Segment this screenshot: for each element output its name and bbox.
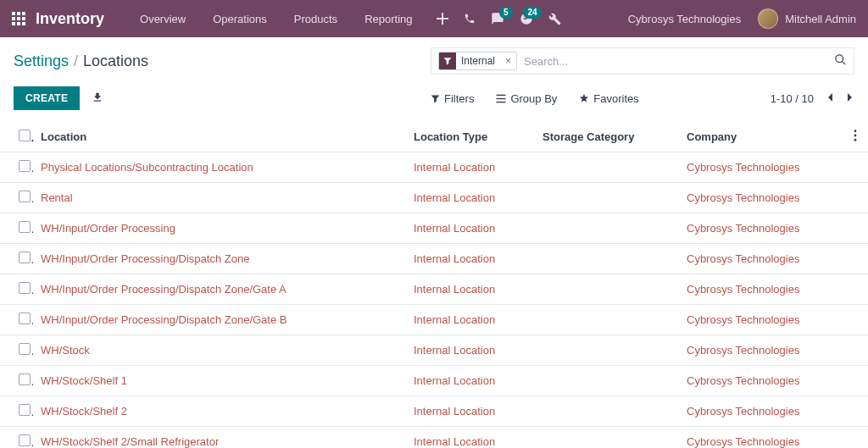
svg-rect-10 <box>437 18 448 19</box>
apps-icon[interactable] <box>12 12 25 25</box>
location-link[interactable]: WH/Stock/Shelf 2/Small Refrigerator <box>41 435 219 448</box>
location-type[interactable]: Internal Location <box>414 374 495 387</box>
location-type[interactable]: Internal Location <box>414 405 495 418</box>
company-link[interactable]: Cybrosys Technologies <box>687 435 799 448</box>
row-checkbox[interactable] <box>19 221 31 233</box>
col-location[interactable]: Location <box>34 122 407 152</box>
col-company[interactable]: Company <box>680 122 843 152</box>
table-row[interactable]: Physical Locations/Subcontracting Locati… <box>0 152 868 183</box>
svg-rect-13 <box>497 94 506 95</box>
location-link[interactable]: Rental <box>41 191 73 204</box>
row-checkbox[interactable] <box>19 343 31 355</box>
user-name: Mitchell Admin <box>785 13 856 25</box>
table-row[interactable]: WH/Stock/Shelf 2Internal LocationCybrosy… <box>0 396 868 427</box>
svg-rect-15 <box>497 101 506 102</box>
groupby-button[interactable]: Group By <box>496 92 557 105</box>
company-switcher[interactable]: Cybrosys Technologies <box>628 13 741 25</box>
location-type[interactable]: Internal Location <box>414 435 495 448</box>
company-link[interactable]: Cybrosys Technologies <box>687 313 799 326</box>
breadcrumb-root[interactable]: Settings <box>14 53 69 70</box>
pager-prev[interactable] <box>826 92 834 105</box>
location-type[interactable]: Internal Location <box>414 191 495 204</box>
table-row[interactable]: RentalInternal LocationCybrosys Technolo… <box>0 183 868 213</box>
table-row[interactable]: WH/Input/Order ProcessingInternal Locati… <box>0 213 868 244</box>
phone-icon[interactable] <box>464 13 476 25</box>
svg-rect-5 <box>22 17 25 20</box>
favorites-label: Favorites <box>593 92 638 105</box>
table-row[interactable]: WH/Stock/Shelf 1Internal LocationCybrosy… <box>0 366 868 396</box>
svg-point-11 <box>836 55 843 63</box>
export-button[interactable] <box>92 91 103 106</box>
company-link[interactable]: Cybrosys Technologies <box>687 405 799 418</box>
location-link[interactable]: WH/Stock/Shelf 2 <box>41 405 127 418</box>
user-menu[interactable]: Mitchell Admin <box>758 8 856 29</box>
nav-overview[interactable]: Overview <box>130 13 196 25</box>
pager-next[interactable] <box>846 92 854 105</box>
locations-table: Location Location Type Storage Category … <box>0 122 868 448</box>
facet-remove[interactable]: × <box>500 55 516 67</box>
select-all-checkbox[interactable] <box>19 130 31 141</box>
svg-rect-1 <box>17 12 20 15</box>
location-type[interactable]: Internal Location <box>414 344 495 357</box>
company-link[interactable]: Cybrosys Technologies <box>687 222 799 235</box>
svg-rect-4 <box>17 17 20 20</box>
col-type[interactable]: Location Type <box>407 122 536 152</box>
location-type[interactable]: Internal Location <box>414 161 495 174</box>
location-link[interactable]: WH/Input/Order Processing <box>41 222 175 235</box>
search-icon[interactable] <box>834 53 847 69</box>
row-checkbox[interactable] <box>19 404 31 416</box>
location-link[interactable]: WH/Input/Order Processing/Dispatch Zone/… <box>41 313 287 326</box>
location-type[interactable]: Internal Location <box>414 252 495 265</box>
svg-rect-8 <box>22 22 25 25</box>
table-row[interactable]: WH/StockInternal LocationCybrosys Techno… <box>0 335 868 366</box>
location-type[interactable]: Internal Location <box>414 313 495 326</box>
row-checkbox[interactable] <box>19 312 31 324</box>
filters-button[interactable]: Filters <box>431 92 474 105</box>
plus-icon[interactable] <box>437 13 448 25</box>
groupby-label: Group By <box>510 92 557 105</box>
nav-reporting[interactable]: Reporting <box>354 13 422 25</box>
company-link[interactable]: Cybrosys Technologies <box>687 191 799 204</box>
col-storage[interactable]: Storage Category <box>536 122 680 152</box>
location-link[interactable]: WH/Stock/Shelf 1 <box>41 374 127 387</box>
company-link[interactable]: Cybrosys Technologies <box>687 283 799 296</box>
table-row[interactable]: WH/Input/Order Processing/Dispatch Zone/… <box>0 274 868 305</box>
company-link[interactable]: Cybrosys Technologies <box>687 161 799 174</box>
filter-icon <box>439 53 456 69</box>
row-checkbox[interactable] <box>19 191 31 202</box>
pager-count[interactable]: 1-10 / 10 <box>771 92 814 105</box>
company-link[interactable]: Cybrosys Technologies <box>687 252 799 265</box>
location-link[interactable]: WH/Input/Order Processing/Dispatch Zone <box>41 252 249 265</box>
svg-rect-6 <box>12 22 15 25</box>
company-link[interactable]: Cybrosys Technologies <box>687 344 799 357</box>
wrench-icon[interactable] <box>548 13 561 25</box>
location-link[interactable]: Physical Locations/Subcontracting Locati… <box>41 161 253 174</box>
favorites-button[interactable]: Favorites <box>579 92 638 105</box>
column-options[interactable] <box>843 122 868 152</box>
location-link[interactable]: WH/Stock <box>41 344 90 357</box>
row-checkbox[interactable] <box>19 282 31 294</box>
row-checkbox[interactable] <box>19 252 31 263</box>
nav-operations[interactable]: Operations <box>203 13 277 25</box>
messages-badge: 5 <box>499 7 513 19</box>
search-box[interactable]: Internal × <box>431 47 854 75</box>
table-row[interactable]: WH/Input/Order Processing/Dispatch Zone/… <box>0 305 868 335</box>
activities-icon[interactable]: 24 <box>520 12 533 25</box>
messages-icon[interactable]: 5 <box>491 12 504 25</box>
row-checkbox[interactable] <box>19 434 31 446</box>
row-checkbox[interactable] <box>19 373 31 385</box>
nav-products[interactable]: Products <box>284 13 348 25</box>
row-checkbox[interactable] <box>19 160 31 172</box>
location-type[interactable]: Internal Location <box>414 283 495 296</box>
create-button[interactable]: CREATE <box>14 86 80 110</box>
table-row[interactable]: WH/Stock/Shelf 2/Small RefrigeratorInter… <box>0 427 868 449</box>
svg-point-16 <box>854 130 857 132</box>
company-link[interactable]: Cybrosys Technologies <box>687 374 799 387</box>
location-type[interactable]: Internal Location <box>414 222 495 235</box>
location-link[interactable]: WH/Input/Order Processing/Dispatch Zone/… <box>41 283 287 296</box>
app-title[interactable]: Inventory <box>36 10 104 28</box>
table-row[interactable]: WH/Input/Order Processing/Dispatch ZoneI… <box>0 244 868 274</box>
search-input[interactable] <box>522 54 829 69</box>
breadcrumb-separator: / <box>74 53 78 70</box>
svg-line-12 <box>842 61 845 64</box>
